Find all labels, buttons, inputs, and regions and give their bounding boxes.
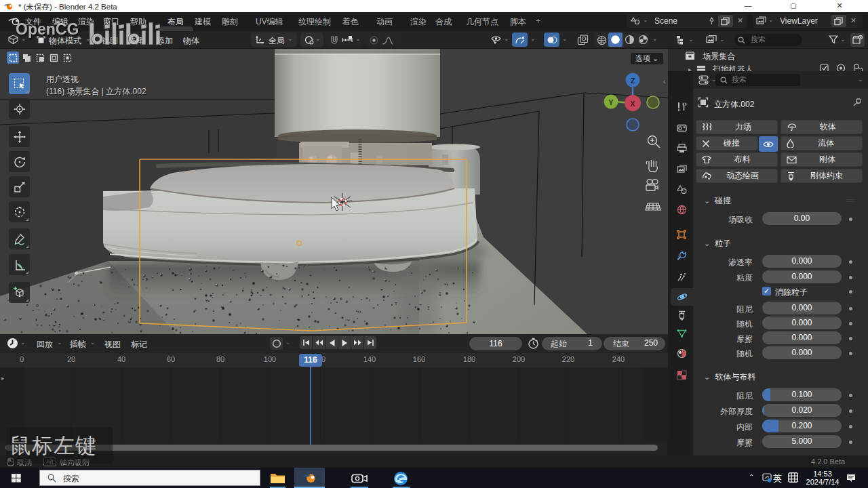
svg-text:‹: ‹ bbox=[663, 77, 666, 85]
svg-text:X: X bbox=[630, 100, 635, 108]
svg-text:Z: Z bbox=[631, 77, 635, 85]
svg-text:Y: Y bbox=[608, 98, 614, 106]
